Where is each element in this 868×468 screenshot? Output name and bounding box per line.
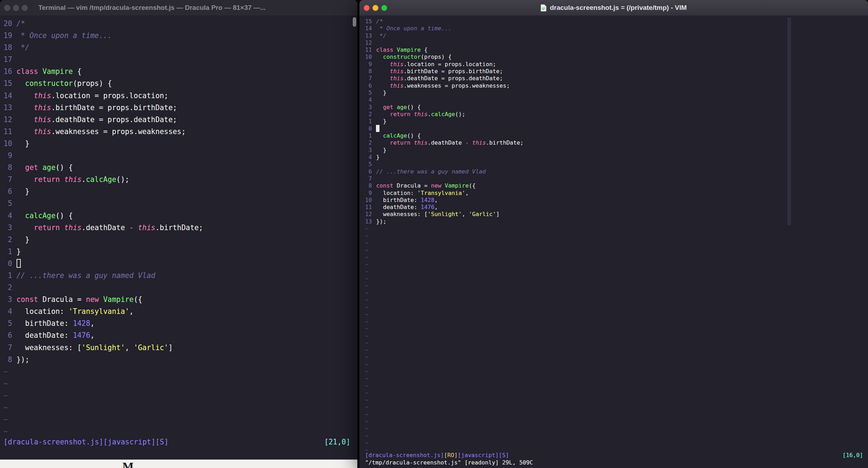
minimize-button[interactable] [13, 5, 19, 11]
traffic-lights [359, 5, 387, 11]
code-line[interactable]: 18 */ [4, 42, 357, 53]
close-button[interactable] [4, 5, 10, 11]
code-line[interactable]: 10 birthDate: 1428, [365, 197, 868, 204]
code-line[interactable]: 7 weaknesses: ['Sunlight', 'Garlic'] [4, 342, 357, 354]
tilde-line: ~ [365, 275, 868, 282]
code-line[interactable]: 12 this.deathDate = props.deathDate; [4, 114, 357, 126]
code-line[interactable]: 20/* [4, 18, 357, 30]
code-line[interactable]: 16class Vampire { [4, 65, 357, 77]
code-line[interactable]: 5 [365, 161, 868, 168]
code-line[interactable]: 9 [4, 150, 357, 162]
line-number: 1 [4, 270, 12, 282]
code-line[interactable]: 17 [4, 53, 357, 65]
line-number: 15 [365, 18, 372, 25]
code-line[interactable]: 8const Dracula = new Vampire({ [365, 182, 868, 189]
code-line[interactable]: 3const Dracula = new Vampire({ [4, 293, 357, 305]
line-number: 10 [4, 138, 12, 150]
background-window-edge: M [0, 460, 357, 468]
tilde-line: ~ [4, 366, 357, 378]
code-line[interactable]: 1// ...there was a guy named Vlad [4, 270, 357, 282]
tilde-line: ~ [4, 390, 357, 401]
code-line[interactable]: 4 calcAge() { [4, 210, 357, 222]
code-line[interactable]: 13 this.birthDate = props.birthDate; [4, 102, 357, 114]
code-line[interactable]: 11class Vampire { [365, 46, 868, 53]
line-number: 2 [365, 111, 372, 118]
tilde-line: ~ [365, 232, 868, 239]
statusline-filetype-info: [javascript][S] [458, 452, 509, 458]
code-line[interactable]: 9 location: 'Transylvania', [365, 190, 868, 197]
code-line[interactable]: 15 constructor(props) { [4, 77, 357, 89]
code-line[interactable]: 10 } [4, 138, 357, 150]
code-line[interactable]: 8}); [4, 354, 357, 366]
code-line[interactable]: 13 */ [365, 32, 868, 39]
scrollbar-thumb[interactable] [353, 17, 356, 27]
code-line[interactable]: 11 this.weaknesses = props.weaknesses; [4, 126, 357, 138]
code-line[interactable]: 6 deathDate: 1476, [4, 329, 357, 341]
code-line[interactable]: 8 get age() { [4, 162, 357, 173]
code-line[interactable]: 5 [4, 197, 357, 209]
code-line[interactable]: 7 [365, 175, 868, 182]
code-line[interactable]: 12 weaknesses: ['Sunlight', 'Garlic'] [365, 211, 868, 218]
tilde-line: ~ [4, 401, 357, 413]
code-line[interactable]: 5 birthDate: 1428, [4, 317, 357, 329]
vim-command-line: "/tmp/dracula-screenshot.js" [readonly] … [359, 459, 868, 466]
code-line[interactable]: 3 return this.deathDate - this.birthDate… [4, 222, 357, 234]
code-line[interactable]: 8 this.birthDate = props.birthDate; [365, 68, 868, 75]
code-line[interactable]: 7 this.deathDate = props.deathDate; [365, 75, 868, 82]
code-line[interactable]: 2 } [4, 234, 357, 246]
code-line[interactable]: 14 this.location = props.location; [4, 90, 357, 102]
line-number: 2 [365, 139, 372, 146]
macvim-titlebar[interactable]: dracula-screenshot.js = (/private/tmp) -… [359, 0, 868, 16]
code-line[interactable]: 12 [365, 39, 868, 46]
close-button[interactable] [364, 5, 370, 11]
desktop: Terminal — vim /tmp/dracula-screenshot.j… [0, 0, 868, 468]
code-line[interactable]: 2 return this.calcAge(); [365, 111, 868, 118]
code-line[interactable]: 10 constructor(props) { [365, 53, 868, 61]
zoom-button[interactable] [22, 5, 28, 11]
tilde-line: ~ [365, 411, 868, 418]
code-line[interactable]: 19 * Once upon a time... [4, 30, 357, 42]
tilde-line: ~ [365, 418, 868, 425]
zoom-button[interactable] [381, 5, 387, 11]
line-number: 5 [4, 197, 12, 209]
statusline-file-info: [dracula-screenshot.js] [365, 452, 444, 458]
code-line[interactable]: 9 this.location = props.location; [365, 61, 868, 68]
code-line[interactable]: 14 * Once upon a time... [365, 25, 868, 32]
statusline-file-group: [dracula-screenshot.js][RO][javascript][… [365, 452, 509, 459]
line-number: 9 [4, 150, 12, 162]
tilde-line: ~ [365, 390, 868, 397]
code-line[interactable]: 6 this.weaknesses = props.weaknesses; [365, 82, 868, 89]
code-line[interactable]: 11 deathDate: 1476, [365, 204, 868, 211]
terminal-titlebar[interactable]: Terminal — vim /tmp/dracula-screenshot.j… [0, 0, 357, 16]
line-number: 14 [4, 90, 12, 102]
code-line[interactable]: 4 location: 'Transylvania', [4, 305, 357, 317]
code-line[interactable]: 3 get age() { [365, 104, 868, 111]
code-line[interactable]: 6 } [4, 185, 357, 197]
code-line[interactable]: 0 [365, 125, 868, 132]
code-line[interactable]: 2 return this.deathDate - this.birthDate… [365, 139, 868, 146]
code-line[interactable]: 7 return this.calcAge(); [4, 173, 357, 185]
line-number: 12 [365, 211, 372, 218]
color-column [787, 18, 791, 225]
code-line[interactable]: 3 } [365, 147, 868, 154]
line-number: 4 [4, 210, 12, 222]
code-line[interactable]: 0 [4, 258, 357, 270]
code-line[interactable]: 5 } [365, 89, 868, 96]
code-line[interactable]: 4} [365, 154, 868, 161]
tilde-line: ~ [365, 261, 868, 268]
code-line[interactable]: 6// ...there was a guy named Vlad [365, 168, 868, 175]
code-line[interactable]: 4 [365, 96, 868, 103]
code-line[interactable]: 15/* [365, 18, 868, 25]
line-number: 14 [365, 25, 372, 32]
tilde-line: ~ [365, 240, 868, 247]
minimize-button[interactable] [372, 5, 378, 11]
tilde-line: ~ [365, 304, 868, 311]
code-line[interactable]: 1} [4, 246, 357, 258]
line-number: 0 [4, 258, 12, 270]
code-line[interactable]: 1 } [365, 118, 868, 125]
tilde-line: ~ [365, 375, 868, 382]
code-line[interactable]: 1 calcAge() { [365, 132, 868, 139]
code-line[interactable]: 2 [4, 282, 357, 293]
tilde-line: ~ [365, 247, 868, 254]
code-line[interactable]: 13}); [365, 218, 868, 225]
